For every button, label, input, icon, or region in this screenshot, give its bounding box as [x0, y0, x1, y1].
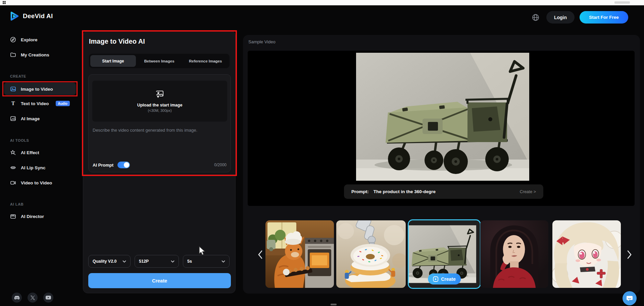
woman-art	[480, 220, 548, 288]
chat-bubble-smile-icon	[626, 295, 633, 302]
sidebar-label: AI Image	[21, 116, 40, 121]
folder-icon	[10, 52, 16, 58]
sidebar-item-explore[interactable]: Explore	[10, 35, 38, 45]
thumbnail-woman-red-sweater[interactable]	[480, 220, 548, 288]
sidebar-label: AI Director	[21, 214, 44, 219]
char-counter: 0/2000	[214, 163, 227, 167]
thumbnail-anime-girl[interactable]	[552, 220, 621, 288]
carousel-next-button[interactable]	[624, 249, 634, 260]
play-triangle-logo-icon	[9, 11, 19, 21]
thumbnail-robot-arm-donuts[interactable]	[336, 220, 406, 288]
compass-icon	[10, 37, 16, 43]
ai-prompt-row: AI Prompt 0/2000	[93, 162, 227, 168]
section-label-ai-lab: AI LAB	[10, 202, 23, 206]
quality-select[interactable]: Quality V2.0	[88, 255, 131, 268]
sidebar-label: Text to Video	[21, 101, 49, 106]
chevron-left-icon	[258, 250, 263, 259]
browser-grid-icon	[3, 1, 6, 4]
sample-prompt-bar: Prompt: The product in the 360-degre Cre…	[344, 184, 543, 199]
video-camera-icon	[10, 180, 16, 186]
section-label-ai-tools: AI TOOLS	[10, 138, 29, 142]
ai-prompt-label: AI Prompt	[93, 163, 113, 168]
image-to-video-composer-panel: Image to Video AI Start Image Between Im…	[83, 31, 236, 293]
upload-start-image-dropzone[interactable]: Upload the start image (<30M, 300px)	[92, 81, 227, 122]
sample-video-label: Sample Video	[248, 39, 276, 44]
section-label-create: CREATE	[10, 74, 26, 78]
chevron-down-icon	[171, 260, 175, 263]
quality-value: Quality V2.0	[93, 259, 117, 264]
thumbnail-cat-chef-baking[interactable]	[265, 220, 334, 288]
generation-settings-row: Quality V2.0 512P 5s	[88, 255, 230, 268]
globe-icon[interactable]	[532, 13, 540, 21]
star-wand-icon	[10, 149, 16, 156]
chevron-down-icon	[122, 260, 126, 263]
sample-video-panel: Sample Video Prompt: The product in the …	[243, 35, 640, 294]
sidebar-label: Explore	[21, 37, 38, 42]
tab-start-image[interactable]: Start Image	[90, 55, 136, 67]
video-prompt-input[interactable]	[93, 128, 227, 157]
composer-title: Image to Video AI	[89, 38, 145, 45]
chevron-down-icon	[221, 260, 225, 263]
prompt-label: Prompt:	[351, 189, 369, 194]
discord-icon[interactable]	[12, 293, 22, 303]
ai-prompt-toggle[interactable]	[117, 162, 130, 168]
brand-logo[interactable]: DeeVid AI	[9, 11, 53, 21]
clapperboard-icon	[10, 213, 16, 219]
wagon-product-video-frame	[356, 53, 529, 181]
brand-name: DeeVid AI	[23, 12, 53, 20]
resolution-select[interactable]: 512P	[135, 255, 179, 268]
browser-strip-controls	[614, 1, 630, 4]
sidebar-item-ai-lip-sync[interactable]: AI Lip Sync	[10, 163, 46, 173]
upload-size-hint: (<30M, 300px)	[148, 108, 171, 113]
duration-select[interactable]: 5s	[183, 255, 230, 268]
sidebar-label: Video to Video	[21, 180, 52, 185]
tab-reference-images[interactable]: Reference Images	[183, 55, 228, 67]
sidebar-label: My Creations	[21, 52, 49, 57]
browser-strip	[0, 0, 644, 5]
thumbnail-folding-wagon-selected[interactable]: Create	[409, 220, 480, 288]
sidebar-item-ai-effect[interactable]: AI Effect	[10, 147, 39, 158]
prompt-text: The product in the 360-degre	[374, 189, 436, 194]
image-upload-icon	[155, 90, 164, 99]
youtube-icon[interactable]	[43, 293, 53, 303]
sidebar-item-video-to-video[interactable]: Video to Video	[10, 178, 52, 188]
image-sparkle-icon	[10, 116, 16, 122]
sidebar-item-my-creations[interactable]: My Creations	[10, 50, 49, 60]
sample-video-player[interactable]: Prompt: The product in the 360-degre Cre…	[248, 51, 635, 206]
thumbnail-create-button[interactable]: Create	[428, 273, 461, 285]
resolution-value: 512P	[139, 259, 149, 264]
image-frame-icon	[10, 86, 16, 92]
audio-badge: Audio	[56, 101, 70, 106]
x-twitter-icon[interactable]	[28, 293, 38, 303]
play-rounded-square-icon	[433, 276, 438, 282]
svg-text:T: T	[11, 100, 15, 106]
sidebar-label: Image to Video	[21, 87, 53, 92]
composer-tabbar: Start Image Between Images Reference Ima…	[89, 54, 230, 68]
sidebar-item-ai-director[interactable]: AI Director	[10, 211, 44, 221]
carousel-prev-button[interactable]	[255, 249, 265, 260]
lips-icon	[10, 165, 16, 171]
chat-launcher-icon[interactable]	[623, 291, 637, 305]
tab-between-images[interactable]: Between Images	[137, 55, 182, 67]
upload-and-prompt-card: Upload the start image (<30M, 300px) AI …	[88, 74, 231, 172]
start-for-free-button[interactable]: Start For Free	[580, 11, 628, 24]
anime-girl-art	[552, 220, 621, 288]
donut-art	[336, 220, 406, 288]
upload-title: Upload the start image	[137, 103, 183, 107]
chevron-right-icon	[627, 250, 632, 259]
cat-chef-art	[265, 220, 334, 288]
duration-value: 5s	[187, 259, 192, 264]
login-button[interactable]: Login	[546, 11, 575, 24]
toggle-knob	[124, 162, 129, 168]
letter-t-icon: T	[10, 100, 16, 106]
deevid-app: DeeVid AI Login Start For Free Explore M…	[0, 0, 644, 306]
sidebar-label: AI Lip Sync	[21, 165, 46, 170]
sidebar-item-ai-image[interactable]: AI Image	[10, 114, 40, 124]
create-button[interactable]: Create	[88, 273, 231, 288]
sidebar-item-text-to-video[interactable]: T Text to Video Audio	[10, 98, 70, 108]
sample-create-link[interactable]: Create >	[520, 189, 536, 194]
thumbnail-create-label: Create	[441, 276, 456, 282]
bottom-page-dash	[331, 304, 337, 305]
sidebar-item-image-to-video[interactable]: Image to Video	[10, 84, 53, 94]
sidebar-label: AI Effect	[21, 150, 39, 155]
